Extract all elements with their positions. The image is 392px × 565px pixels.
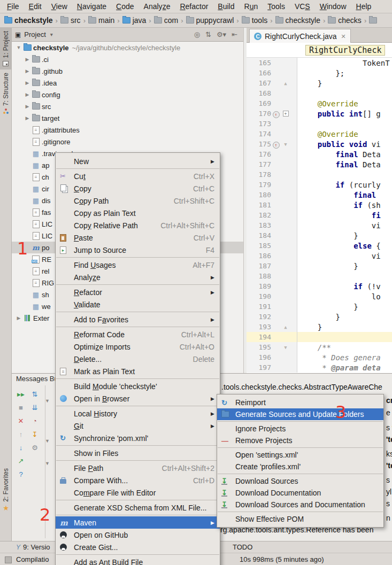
tool-stripe-structure[interactable]: 7: Structure: [0, 69, 11, 117]
stop-icon[interactable]: ■: [14, 401, 28, 414]
menu-item-add-to-favorites[interactable]: Add to Favorites▶: [56, 313, 220, 326]
menu-item-jump-to-source[interactable]: Jump to SourceF4: [56, 244, 220, 256]
menu-item-git[interactable]: Git▶: [56, 420, 220, 432]
breadcrumb-item-puppycrawl[interactable]: puppycrawl: [185, 16, 235, 25]
tab-close-icon[interactable]: ✕: [341, 33, 346, 40]
menubar-item-code[interactable]: Code: [111, 2, 139, 11]
tree-item-gitattributes[interactable]: ≡.gitattributes: [12, 124, 243, 136]
menu-item-create-profiles-xml[interactable]: Create 'profiles.xml': [217, 461, 383, 473]
rerun-icon[interactable]: ▶▶: [14, 388, 28, 401]
breadcrumb-item-src[interactable]: src: [59, 16, 82, 25]
override-method-icon[interactable]: ↑: [273, 142, 280, 149]
menubar-item-navigate[interactable]: Navigate: [72, 2, 111, 11]
menu-item-show-in-files[interactable]: Show in Files: [56, 447, 220, 459]
menu-item-show-effective-pom[interactable]: Show Effective POM: [217, 513, 383, 525]
menubar-item-analyze[interactable]: Analyze: [139, 2, 175, 11]
chevron-closed-icon[interactable]: ▶: [24, 68, 31, 74]
menubar-item-build[interactable]: Build: [213, 2, 239, 11]
fold-down-icon[interactable]: ▼: [284, 345, 287, 350]
chevron-closed-icon[interactable]: ▶: [24, 115, 31, 121]
menu-item-maven[interactable]: mMaven▶: [56, 516, 220, 529]
editor-tab[interactable]: C RightCurlyCheck.java ✕: [249, 29, 351, 43]
menu-item-file-path[interactable]: File PathCtrl+Alt+Shift+2: [56, 462, 220, 474]
menu-item-find-usages[interactable]: Find UsagesAlt+F7: [56, 259, 220, 271]
hide-icon[interactable]: ⇤: [229, 30, 240, 38]
chevron-closed-icon[interactable]: ▶: [24, 92, 31, 97]
menubar-item-vcs[interactable]: VCS: [290, 2, 315, 11]
menubar-item-tools[interactable]: Tools: [263, 2, 290, 11]
chevron-closed-icon[interactable]: ▶: [24, 104, 31, 109]
breadcrumb-item-checks[interactable]: checks: [327, 16, 363, 25]
fold-up-icon[interactable]: ▲: [284, 81, 287, 86]
version-control-tab[interactable]: Y 9: Versio: [16, 543, 50, 551]
tool-stripe-favorites[interactable]: 2: Favorites ★: [2, 465, 10, 515]
menu-item-download-sources[interactable]: ↧Download Sources: [217, 475, 383, 487]
settings-icon[interactable]: ⚙▾: [214, 30, 229, 38]
menubar-item-run[interactable]: Run: [240, 2, 263, 11]
menu-item-open-settings-xml[interactable]: Open 'settings.xml': [217, 449, 383, 461]
menu-item-compare-file-with-editor[interactable]: Compare File with Editor: [56, 486, 220, 499]
menu-item-ignore-projects[interactable]: Ignore Projects: [217, 423, 383, 435]
menubar-item-refactor[interactable]: Refactor: [175, 2, 213, 11]
tree-item-target[interactable]: ▶target: [12, 112, 243, 124]
tree-collapsed-arrow-icon[interactable]: ▼: [45, 438, 50, 444]
menu-item-refactor[interactable]: Refactor▶: [56, 286, 220, 298]
menu-item-copy-relative-path[interactable]: Copy Relative PathCtrl+Alt+Shift+C: [56, 219, 220, 231]
breadcrumb-item-com[interactable]: com: [153, 16, 179, 25]
chevron-closed-icon[interactable]: ▶: [24, 57, 31, 62]
menu-item-add-as-ant-build-file[interactable]: Add as Ant Build File: [56, 556, 220, 565]
breadcrumb-item[interactable]: [368, 17, 378, 24]
collapse-all-icon[interactable]: ⇊: [28, 401, 42, 414]
menu-item-local-history[interactable]: Local History▶: [56, 407, 220, 420]
chevron-closed-icon[interactable]: ▶: [24, 80, 31, 86]
tool-stripe-project[interactable]: 1: Project: [0, 28, 11, 69]
tree-collapsed-arrow-icon[interactable]: ▼: [45, 461, 50, 466]
breadcrumb-item-main[interactable]: main: [87, 16, 116, 25]
menu-item-compare-with[interactable]: Compare With...Ctrl+D: [56, 474, 220, 486]
close-icon[interactable]: ✕: [14, 414, 28, 428]
menu-item-synchronize-pom-xml[interactable]: ↻Synchronize 'pom.xml': [56, 432, 220, 444]
menubar-item-file[interactable]: File: [2, 2, 24, 11]
menu-item-analyze[interactable]: Analyze▶: [56, 271, 220, 283]
menu-item-paste[interactable]: PasteCtrl+V: [56, 231, 220, 244]
suspend-icon[interactable]: ◔: [28, 414, 42, 428]
menu-item-download-sources-and-documentation[interactable]: ↧Download Sources and Documentation: [217, 499, 383, 510]
tree-item-ci[interactable]: ▶.ci: [12, 53, 243, 65]
fold-down-icon[interactable]: ▼: [284, 142, 287, 147]
help-icon[interactable]: ?: [14, 468, 28, 481]
tree-collapsed-arrow-icon[interactable]: ▼: [45, 398, 50, 404]
export-icon[interactable]: ↗: [14, 454, 28, 468]
code-area[interactable]: 165 TokenT166 };167▲ }168169 @Override17…: [247, 58, 392, 373]
menu-item-copy-as-plain-text[interactable]: Copy as Plain Text: [56, 207, 220, 219]
tree-item-gitignore[interactable]: ≡.gitignore: [12, 136, 243, 148]
menubar-item-help[interactable]: Help: [351, 2, 376, 11]
tree-item-config[interactable]: ▶config: [12, 89, 243, 100]
menu-item-reformat-code[interactable]: Reformat CodeCtrl+Alt+L: [56, 328, 220, 340]
menu-item-copy-path[interactable]: Copy PathCtrl+Shift+C: [56, 195, 220, 207]
tree-item-idea[interactable]: ▶.idea: [12, 77, 243, 89]
fold-up-icon[interactable]: ▲: [284, 324, 287, 330]
menu-item-download-documentation[interactable]: ↧Download Documentation: [217, 487, 383, 499]
settings-icon[interactable]: ⚙: [28, 441, 42, 454]
tree-item-src[interactable]: ▶src: [12, 100, 243, 112]
override-method-icon[interactable]: ↑: [273, 111, 280, 118]
menubar-item-window[interactable]: Window: [315, 2, 351, 11]
chevron-closed-icon[interactable]: ▶: [15, 315, 22, 321]
menu-item-remove-projects[interactable]: —Remove Projects: [217, 435, 383, 446]
menu-item-open-on-github[interactable]: Open on GitHub: [56, 529, 220, 541]
chevron-open-icon[interactable]: ▼: [15, 45, 22, 50]
menu-item-cut[interactable]: ✂CutCtrl+X: [56, 170, 220, 182]
up-icon[interactable]: ↑: [14, 428, 28, 441]
expand-all-icon[interactable]: ⇅: [28, 388, 42, 401]
import-icon[interactable]: ↧: [28, 428, 42, 441]
breadcrumb-item-java[interactable]: java: [121, 16, 148, 25]
menu-item-mark-as-plain-text[interactable]: Mark as Plain Text: [56, 365, 220, 377]
tree-item-checkstyle[interactable]: ▼checkstyle~/java/github/checkstyle/chec…: [12, 42, 243, 53]
menu-item-generate-xsd-schema-from-xml-file[interactable]: Generate XSD Schema from XML File...: [56, 501, 220, 514]
fold-expand-icon[interactable]: +: [283, 111, 289, 117]
menu-item-generate-sources-and-update-folders[interactable]: Generate Sources and Update Folders: [217, 408, 383, 420]
menu-item-build-module-checkstyle[interactable]: Build Module 'checkstyle': [56, 380, 220, 392]
menubar-item-edit[interactable]: Edit: [24, 2, 47, 11]
menu-item-copy[interactable]: CopyCtrl+C: [56, 182, 220, 195]
menubar-item-view[interactable]: View: [47, 2, 72, 11]
